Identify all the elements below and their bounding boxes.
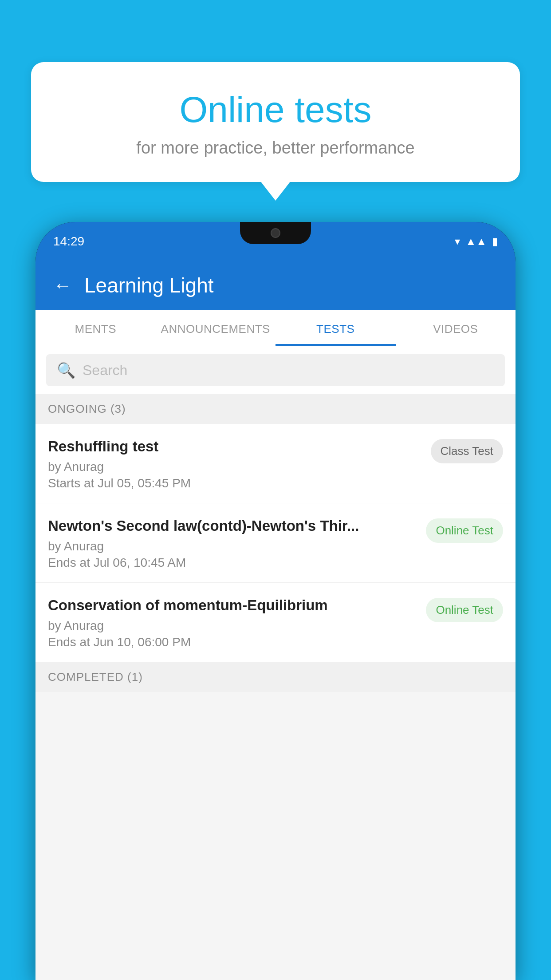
tab-bar: MENTS ANNOUNCEMENTS TESTS VIDEOS xyxy=(35,310,516,346)
search-icon: 🔍 xyxy=(57,361,75,379)
tab-assignments[interactable]: MENTS xyxy=(35,310,156,346)
test-title: Reshuffling test xyxy=(48,437,424,456)
ongoing-label: ONGOING (3) xyxy=(35,394,516,424)
test-date: Ends at Jun 10, 06:00 PM xyxy=(48,635,419,649)
signal-icon: ▲▲ xyxy=(465,235,487,248)
test-title: Newton's Second law(contd)-Newton's Thir… xyxy=(48,517,419,536)
app-header: ← Learning Light xyxy=(35,261,516,310)
speech-bubble: Online tests for more practice, better p… xyxy=(31,62,520,182)
tab-videos[interactable]: VIDEOS xyxy=(396,310,516,346)
test-author: by Anurag xyxy=(48,460,424,474)
test-date: Starts at Jul 05, 05:45 PM xyxy=(48,476,424,490)
class-test-badge: Class Test xyxy=(431,439,503,463)
app-title: Learning Light xyxy=(84,273,214,297)
test-info: Conservation of momentum-Equilibrium by … xyxy=(48,596,419,649)
tab-announcements[interactable]: ANNOUNCEMENTS xyxy=(156,310,276,346)
search-input-wrap[interactable]: 🔍 Search xyxy=(46,354,505,386)
status-time: 14:29 xyxy=(53,234,84,249)
test-title: Conservation of momentum-Equilibrium xyxy=(48,596,419,615)
online-test-badge: Online Test xyxy=(426,518,503,543)
completed-label: COMPLETED (1) xyxy=(35,662,516,692)
test-item[interactable]: Newton's Second law(contd)-Newton's Thir… xyxy=(35,503,516,583)
test-item[interactable]: Conservation of momentum-Equilibrium by … xyxy=(35,583,516,662)
test-info: Newton's Second law(contd)-Newton's Thir… xyxy=(48,517,419,570)
search-input[interactable]: Search xyxy=(83,362,127,379)
online-test-badge: Online Test xyxy=(426,598,503,622)
front-camera xyxy=(271,228,280,238)
test-item[interactable]: Reshuffling test by Anurag Starts at Jul… xyxy=(35,424,516,503)
test-info: Reshuffling test by Anurag Starts at Jul… xyxy=(48,437,424,490)
status-bar: 14:29 ▾ ▲▲ ▮ xyxy=(35,222,516,261)
test-list: Reshuffling test by Anurag Starts at Jul… xyxy=(35,424,516,662)
test-author: by Anurag xyxy=(48,619,419,633)
phone-frame: 14:29 ▾ ▲▲ ▮ ← Learning Light MENTS ANNO… xyxy=(35,222,516,980)
status-icons: ▾ ▲▲ ▮ xyxy=(455,235,498,248)
test-date: Ends at Jul 06, 10:45 AM xyxy=(48,556,419,570)
bubble-title: Online tests xyxy=(53,89,498,130)
battery-icon: ▮ xyxy=(492,235,498,248)
tab-tests[interactable]: TESTS xyxy=(276,310,396,346)
test-author: by Anurag xyxy=(48,539,419,553)
phone-content: 🔍 Search ONGOING (3) Reshuffling test by… xyxy=(35,346,516,980)
bubble-subtitle: for more practice, better performance xyxy=(53,138,498,158)
phone-notch xyxy=(240,222,311,244)
wifi-icon: ▾ xyxy=(455,235,460,248)
back-button[interactable]: ← xyxy=(53,275,72,296)
search-bar: 🔍 Search xyxy=(35,346,516,394)
